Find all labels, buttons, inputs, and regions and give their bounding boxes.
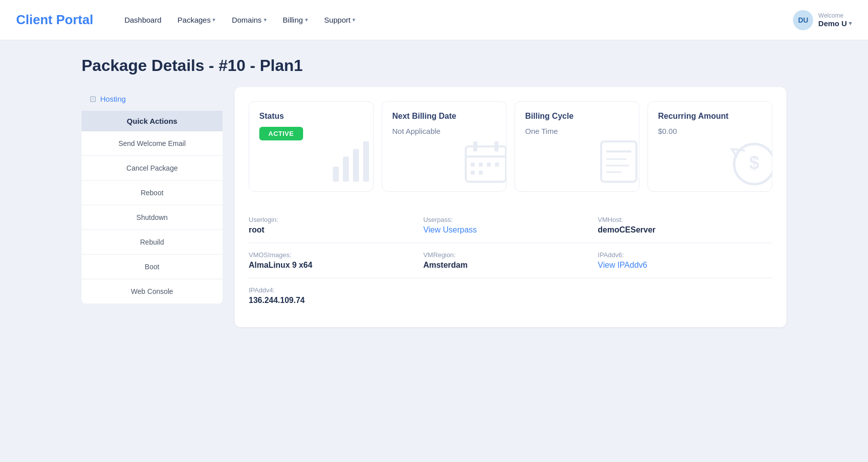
svg-rect-9 bbox=[479, 163, 483, 167]
recurring-amount-card: Recurring Amount $0.00 $ bbox=[647, 101, 772, 192]
action-cancel-package[interactable]: Cancel Package bbox=[82, 156, 223, 181]
billing-date-card-bg-icon bbox=[461, 136, 507, 192]
svg-rect-11 bbox=[495, 163, 499, 167]
detail-userlogin: Userlogin: root bbox=[249, 208, 423, 243]
support-chevron-icon: ▾ bbox=[352, 17, 355, 23]
userlogin-label: Userlogin: bbox=[249, 216, 423, 223]
detail-vmosimages: VMOSImages: AlmaLinux 9 x64 bbox=[249, 243, 423, 278]
detail-empty-2 bbox=[598, 278, 772, 313]
status-card-bg-icon bbox=[328, 136, 374, 192]
main-nav: Dashboard Packages ▾ Domains ▾ Billing ▾… bbox=[117, 12, 777, 28]
user-menu[interactable]: DU Welcome Demo U ▾ bbox=[793, 10, 852, 30]
ipaddv4-label: IPAddv4: bbox=[249, 286, 423, 294]
billing-cycle-title: Billing Cycle bbox=[525, 112, 629, 121]
billing-chevron-icon: ▾ bbox=[305, 17, 308, 23]
detail-ipaddv6: IPAddv6: View IPAddv6 bbox=[598, 243, 772, 278]
ipaddv6-value[interactable]: View IPAddv6 bbox=[598, 261, 772, 270]
recurring-amount-title: Recurring Amount bbox=[658, 112, 762, 121]
nav-dashboard[interactable]: Dashboard bbox=[117, 12, 168, 28]
action-rebuild[interactable]: Rebuild bbox=[82, 230, 223, 255]
svg-rect-1 bbox=[343, 157, 349, 182]
detail-vmhost: VMHost: demoCEServer bbox=[598, 208, 772, 243]
user-chevron-icon: ▾ bbox=[849, 20, 852, 27]
vmhost-label: VMHost: bbox=[598, 216, 772, 223]
page-title: Package Details - #10 - Plan1 bbox=[82, 56, 786, 75]
user-name-label: Demo U ▾ bbox=[818, 19, 852, 28]
main-content: Package Details - #10 - Plan1 ⊡ Hosting … bbox=[61, 40, 807, 343]
detail-ipaddv4: IPAddv4: 136.244.109.74 bbox=[249, 278, 423, 313]
detail-empty-1 bbox=[423, 278, 598, 313]
userpass-value[interactable]: View Userpass bbox=[423, 225, 598, 235]
hosting-icon: ⊡ bbox=[90, 94, 96, 104]
recurring-amount-card-bg-icon: $ bbox=[721, 131, 772, 192]
recurring-amount-value: $0.00 bbox=[658, 127, 762, 135]
nav-support[interactable]: Support ▾ bbox=[317, 12, 363, 28]
status-badge: ACTIVE bbox=[259, 127, 303, 140]
sidebar-hosting-row: ⊡ Hosting bbox=[82, 87, 223, 111]
sidebar-quick-actions-heading: Quick Actions bbox=[82, 111, 223, 131]
nav-billing[interactable]: Billing ▾ bbox=[276, 12, 315, 28]
sidebar: ⊡ Hosting Quick Actions Send Welcome Ema… bbox=[82, 87, 223, 303]
vmregion-label: VMRegion: bbox=[423, 251, 598, 259]
action-web-console[interactable]: Web Console bbox=[82, 279, 223, 303]
avatar: DU bbox=[793, 10, 813, 30]
userpass-label: Userpass: bbox=[423, 216, 598, 223]
svg-rect-10 bbox=[487, 163, 491, 167]
action-shutdown[interactable]: Shutdown bbox=[82, 205, 223, 230]
billing-cycle-card: Billing Cycle One Time bbox=[515, 101, 639, 192]
svg-rect-2 bbox=[353, 149, 359, 182]
logo[interactable]: Client Portal bbox=[16, 12, 93, 28]
vmosimages-label: VMOSImages: bbox=[249, 251, 423, 259]
billing-cycle-value: One Time bbox=[525, 127, 629, 135]
ipaddv4-value: 136.244.109.74 bbox=[249, 296, 423, 305]
svg-rect-7 bbox=[494, 141, 498, 151]
svg-text:$: $ bbox=[749, 152, 759, 173]
svg-point-19 bbox=[734, 144, 772, 184]
next-billing-value: Not Applicable bbox=[392, 127, 496, 135]
svg-rect-3 bbox=[363, 141, 369, 182]
action-send-welcome-email[interactable]: Send Welcome Email bbox=[82, 131, 223, 156]
billing-cycle-card-bg-icon bbox=[594, 136, 639, 192]
userlogin-value: root bbox=[249, 225, 423, 235]
svg-rect-6 bbox=[473, 141, 477, 151]
svg-rect-0 bbox=[333, 167, 339, 182]
packages-chevron-icon: ▾ bbox=[212, 17, 215, 23]
vmregion-value: Amsterdam bbox=[423, 261, 598, 270]
detail-userpass: Userpass: View Userpass bbox=[423, 208, 598, 243]
details-grid: Userlogin: root Userpass: View Userpass … bbox=[249, 208, 772, 313]
svg-rect-4 bbox=[466, 146, 506, 182]
domains-chevron-icon: ▾ bbox=[264, 17, 267, 23]
action-boot[interactable]: Boot bbox=[82, 255, 223, 279]
status-card-title: Status bbox=[259, 112, 363, 121]
svg-rect-13 bbox=[479, 171, 483, 175]
svg-rect-8 bbox=[471, 163, 475, 167]
next-billing-card: Next Billing Date Not Applicable bbox=[382, 101, 507, 192]
content-layout: ⊡ Hosting Quick Actions Send Welcome Ema… bbox=[82, 87, 786, 327]
info-cards-row: Status ACTIVE Next Billing Date Not bbox=[249, 101, 772, 192]
header: Client Portal Dashboard Packages ▾ Domai… bbox=[0, 0, 868, 40]
user-welcome-label: Welcome bbox=[818, 12, 852, 19]
detail-vmregion: VMRegion: Amsterdam bbox=[423, 243, 598, 278]
action-reboot[interactable]: Reboot bbox=[82, 181, 223, 205]
cards-area: Status ACTIVE Next Billing Date Not bbox=[235, 87, 786, 327]
user-info: Welcome Demo U ▾ bbox=[818, 12, 852, 28]
vmosimages-value: AlmaLinux 9 x64 bbox=[249, 261, 423, 270]
vmhost-value: demoCEServer bbox=[598, 225, 772, 235]
ipaddv6-label: IPAddv6: bbox=[598, 251, 772, 259]
status-card: Status ACTIVE bbox=[249, 101, 374, 192]
nav-packages[interactable]: Packages ▾ bbox=[171, 12, 223, 28]
sidebar-hosting-link[interactable]: Hosting bbox=[100, 95, 126, 103]
svg-rect-14 bbox=[601, 141, 636, 182]
sidebar-actions-list: Send Welcome Email Cancel Package Reboot… bbox=[82, 131, 223, 303]
next-billing-title: Next Billing Date bbox=[392, 112, 496, 121]
nav-domains[interactable]: Domains ▾ bbox=[225, 12, 273, 28]
svg-rect-12 bbox=[471, 171, 475, 175]
